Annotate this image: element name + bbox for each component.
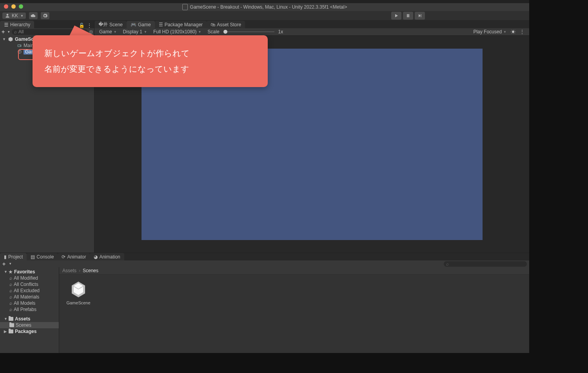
label: Assets: [15, 316, 30, 322]
tab-animator[interactable]: ⟳ Animator: [58, 253, 90, 260]
fold-icon[interactable]: ▼: [2, 37, 6, 41]
fold-icon[interactable]: ▼: [4, 317, 7, 321]
tab-menu-icon[interactable]: ⋮: [520, 29, 524, 35]
dd-label: Full HD (1920x1080): [153, 29, 197, 35]
search-placeholder: All: [18, 29, 24, 35]
slider-thumb[interactable]: [223, 30, 227, 34]
unity-scene-icon: [69, 280, 88, 299]
annotation-callout: 新しいゲームオブジェクトが作られて 名前が変更できるようになっています: [33, 35, 268, 87]
tab-game[interactable]: 🎮 Game: [127, 21, 155, 28]
label: All Excluded: [14, 288, 40, 293]
grid-icon: �井: [98, 21, 108, 28]
tab-label: Console: [36, 254, 54, 260]
pause-button[interactable]: [403, 12, 413, 20]
scale-slider[interactable]: [223, 31, 274, 32]
cloud-icon: [31, 13, 36, 18]
unity-scene-icon: [8, 36, 13, 42]
fav-item[interactable]: ⌕All Conflicts: [0, 281, 59, 287]
chevron-down-icon: ▼: [198, 30, 201, 34]
create-button[interactable]: +: [2, 29, 5, 35]
label: All Conflicts: [14, 282, 38, 287]
scale-label: Scale: [205, 29, 222, 35]
label: Favorites: [14, 269, 35, 275]
search-icon: ⌕: [9, 300, 12, 306]
fav-item[interactable]: ⌕All Excluded: [0, 287, 59, 294]
chevron-down-icon: ▼: [20, 14, 24, 18]
search-icon: ⌕: [9, 275, 12, 281]
project-search[interactable]: ⌕: [444, 261, 527, 267]
folder-scenes[interactable]: Scenes: [0, 322, 59, 328]
search-icon: ⌕: [9, 282, 12, 287]
cart-icon: 🛍: [211, 22, 215, 27]
step-button[interactable]: [415, 12, 425, 20]
settings-button[interactable]: [41, 12, 49, 19]
assets-header[interactable]: ▼ Assets: [0, 316, 59, 322]
fold-icon[interactable]: ▶: [4, 329, 7, 333]
display-dropdown[interactable]: Display 1 ▼: [121, 29, 149, 35]
label: All Modified: [14, 275, 38, 281]
fav-item[interactable]: ⌕All Materials: [0, 294, 59, 300]
pause-icon: [405, 13, 411, 18]
minimize-window-icon[interactable]: [11, 4, 16, 9]
project-grid[interactable]: GameScene: [59, 275, 529, 353]
tab-label: Scene: [109, 22, 123, 27]
svg-point-2: [512, 31, 514, 33]
bc-item[interactable]: Assets: [62, 268, 76, 273]
dd-label: Game: [99, 29, 112, 35]
bc-item[interactable]: Scenes: [83, 268, 98, 273]
dd-label: Play Focused: [473, 29, 502, 35]
chevron-down-icon: ▼: [114, 30, 117, 34]
svg-point-0: [7, 14, 9, 16]
list-icon: [4, 22, 9, 27]
packages-header[interactable]: ▶ Packages: [0, 328, 59, 335]
console-icon: ▤: [31, 254, 35, 260]
account-dropdown[interactable]: KK ▼: [2, 13, 26, 19]
play-button[interactable]: [391, 12, 401, 20]
close-window-icon[interactable]: [4, 4, 8, 9]
search-icon: ⌕: [9, 294, 12, 300]
play-focused-dropdown[interactable]: Play Focused ▼: [471, 29, 509, 35]
label: All Models: [14, 300, 35, 306]
project-create-button[interactable]: +: [2, 261, 5, 267]
tab-animation[interactable]: ◕ Animation: [90, 253, 124, 260]
tab-package-manager[interactable]: ☰ Package Manager: [155, 21, 207, 28]
tab-scene[interactable]: �井 Scene: [94, 21, 127, 28]
search-icon: ⌕: [9, 307, 12, 312]
animator-icon: ⟳: [62, 254, 65, 260]
toolbar: KK ▼: [0, 11, 529, 21]
hierarchy-tab-label: Hierarchy: [10, 22, 30, 27]
tab-console[interactable]: ▤ Console: [27, 253, 58, 260]
callout-text: 新しいゲームオブジェクトが作られて 名前が変更できるようになっています: [44, 49, 190, 73]
favorites-header[interactable]: ▼ Favorites: [0, 269, 59, 275]
maximize-window-icon[interactable]: [19, 4, 23, 9]
breadcrumb: Assets › Scenes: [59, 267, 529, 275]
account-label: KK: [12, 13, 18, 18]
resolution-dropdown[interactable]: Full HD (1920x1080) ▼: [151, 29, 204, 35]
breadcrumb-separator-icon: ›: [79, 268, 80, 273]
cloud-button[interactable]: [29, 12, 38, 19]
gameobject-icon: [17, 49, 22, 54]
tab-project[interactable]: ▮ Project: [0, 253, 27, 260]
folder-icon: [9, 329, 13, 333]
project-panel: ▮ Project ▤ Console ⟳ Animator ◕ Animati…: [0, 253, 529, 353]
tab-label: Package Manager: [165, 22, 203, 27]
label: All Materials: [14, 294, 39, 300]
dd-label: Display 1: [123, 29, 142, 35]
label: All Prefabs: [14, 307, 36, 312]
tab-asset-store[interactable]: 🛍 Asset Store: [207, 21, 245, 28]
package-icon: ☰: [159, 22, 163, 27]
fav-item[interactable]: ⌕All Prefabs: [0, 306, 59, 313]
project-tree[interactable]: ▼ Favorites ⌕All Modified ⌕All Conflicts…: [0, 267, 59, 353]
fav-item[interactable]: ⌕All Modified: [0, 275, 59, 281]
game-mode-dropdown[interactable]: Game ▼: [97, 29, 119, 35]
svg-rect-1: [18, 45, 20, 47]
chevron-down-icon: ▼: [503, 30, 506, 34]
fav-item[interactable]: ⌕All Models: [0, 300, 59, 306]
window-title: GameScene - Breakout - Windows, Mac, Lin…: [190, 4, 347, 10]
tab-hierarchy[interactable]: Hierarchy: [0, 21, 34, 28]
asset-gamescene[interactable]: GameScene: [65, 280, 92, 305]
search-icon: ⌕: [9, 288, 12, 293]
bug-icon[interactable]: [510, 29, 516, 35]
label: Scale: [208, 29, 220, 35]
fold-icon[interactable]: ▼: [4, 270, 7, 274]
